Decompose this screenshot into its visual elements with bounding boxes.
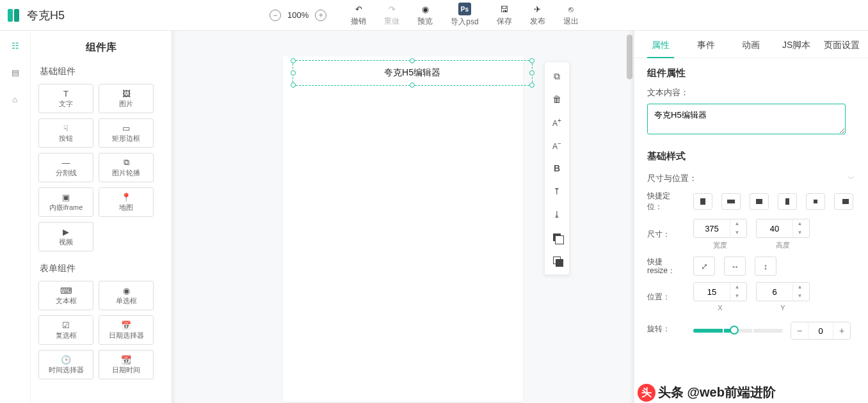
comp-radio[interactable]: ◉单选框: [99, 281, 154, 310]
input-icon: ⌨: [60, 285, 72, 296]
carousel-icon: ⧉: [124, 157, 129, 168]
pos-x-input[interactable]: ▲▼: [693, 282, 747, 301]
position-row: 位置： ▲▼ X ▲▼ Y: [647, 282, 855, 312]
ctx-align-bottom-button[interactable]: ⤓: [545, 203, 569, 226]
comp-datetime[interactable]: 📆日期时间: [99, 350, 154, 379]
comp-map[interactable]: 📍地图: [99, 187, 154, 217]
ctx-font-inc-button[interactable]: A+: [545, 111, 569, 134]
component-library: 组件库 基础组件 T文字 🖼图片 ☟按钮 ▭矩形边框 —分割线 ⧉图片轮播 ▣内…: [31, 31, 172, 403]
resize-handle-br[interactable]: [529, 83, 534, 88]
comp-rect[interactable]: ▭矩形边框: [99, 118, 154, 148]
quickpos-2[interactable]: [721, 193, 741, 210]
resize-handle-tl[interactable]: [291, 58, 296, 63]
comp-button[interactable]: ☟按钮: [38, 118, 93, 148]
tab-js[interactable]: JS脚本: [774, 31, 819, 58]
canvas[interactable]: 夸克H5编辑器: [283, 56, 523, 402]
ctx-bold-button[interactable]: B: [545, 157, 569, 180]
resize-horizontal[interactable]: ↔: [724, 257, 746, 276]
quickpos-4[interactable]: [778, 193, 797, 210]
comp-image[interactable]: 🖼图片: [99, 84, 154, 113]
rail-pages-icon[interactable]: ▤: [10, 67, 21, 78]
pos-y-input[interactable]: ▲▼: [756, 282, 810, 301]
resize-handle-ml[interactable]: [291, 70, 296, 75]
comp-input[interactable]: ⌨文本框: [38, 281, 93, 310]
height-up[interactable]: ▲: [793, 219, 807, 228]
rotate-dec[interactable]: −: [791, 322, 808, 339]
width-up[interactable]: ▲: [730, 219, 744, 228]
resize-handle-tr[interactable]: [529, 58, 534, 63]
align-bottom-icon: ⤓: [553, 209, 561, 219]
ctx-align-top-button[interactable]: ⤒: [545, 180, 569, 203]
preview-button[interactable]: ◉ 预览: [417, 3, 433, 27]
map-icon: 📍: [121, 192, 131, 202]
comp-video[interactable]: ▶视频: [38, 222, 93, 251]
ctx-font-dec-button[interactable]: A−: [545, 134, 569, 157]
quick-pos-label: 快捷定位：: [647, 191, 684, 212]
context-toolbar: ⧉ 🗑 A+ A− B ⤒ ⤓: [544, 61, 570, 275]
publish-button[interactable]: ✈ 发布: [530, 3, 545, 27]
image-icon: 🖼: [122, 88, 131, 99]
width-down[interactable]: ▼: [730, 228, 744, 237]
quick-resize-row: 快捷resize： ⤢ ↔ ↕: [647, 257, 855, 276]
canvas-area[interactable]: 夸克H5编辑器 ⧉ 🗑 A+ A− B ⤒ ⤓: [172, 31, 634, 403]
zoom-in-button[interactable]: +: [315, 10, 326, 21]
height-input[interactable]: ▲▼: [756, 219, 810, 238]
resize-handle-bc[interactable]: [410, 83, 415, 88]
tab-page[interactable]: 页面设置: [819, 31, 864, 58]
posx-down[interactable]: ▼: [730, 292, 744, 301]
exit-button[interactable]: ⎋ 退出: [563, 3, 579, 27]
ctx-layer-up-button[interactable]: [545, 226, 569, 249]
redo-button[interactable]: ↷ 重做: [384, 3, 399, 27]
app-logo: [8, 9, 20, 22]
selected-text-element[interactable]: 夸克H5编辑器: [293, 60, 533, 86]
comp-divider[interactable]: —分割线: [38, 153, 93, 182]
quickpos-6[interactable]: [834, 193, 853, 210]
ctx-layer-down-button[interactable]: [545, 249, 569, 272]
resize-handle-bl[interactable]: [291, 83, 296, 88]
component-category: 基础组件: [40, 66, 164, 77]
posx-up[interactable]: ▲: [730, 283, 744, 292]
comp-text[interactable]: T文字: [38, 84, 93, 113]
slider-knob[interactable]: [730, 326, 739, 335]
ctx-copy-button[interactable]: ⧉: [545, 65, 569, 88]
divider-icon: —: [62, 157, 70, 168]
posy-up[interactable]: ▲: [793, 283, 807, 292]
rotate-slider[interactable]: [693, 329, 783, 333]
exit-icon: ⎋: [565, 3, 577, 15]
text-content-textarea[interactable]: [647, 104, 846, 134]
undo-button[interactable]: ↶ 撤销: [351, 3, 366, 27]
quickpos-3[interactable]: [750, 193, 769, 210]
rotate-stepper[interactable]: − +: [791, 322, 851, 340]
comp-carousel[interactable]: ⧉图片轮播: [99, 153, 154, 182]
resize-fullscreen[interactable]: ⤢: [693, 257, 715, 276]
import-psd-button[interactable]: Ps 导入psd: [451, 3, 478, 28]
position-label: 位置：: [647, 292, 684, 303]
tab-event[interactable]: 事件: [684, 31, 729, 58]
resize-handle-tc[interactable]: [410, 58, 415, 63]
resize-handle-mr[interactable]: [529, 70, 534, 75]
resize-vertical[interactable]: ↕: [755, 257, 776, 276]
rotate-value-input[interactable]: [808, 322, 833, 339]
comp-iframe[interactable]: ▣内嵌iframe: [38, 187, 93, 217]
rail-assets-icon[interactable]: ⌂: [10, 93, 21, 105]
rotate-inc[interactable]: +: [833, 322, 850, 339]
comp-datepicker[interactable]: 📅日期选择器: [99, 315, 154, 345]
ctx-delete-button[interactable]: 🗑: [545, 88, 569, 111]
posy-down[interactable]: ▼: [793, 292, 807, 301]
width-input[interactable]: ▲▼: [693, 219, 747, 238]
scrollbar-thumb[interactable]: [627, 35, 632, 79]
tab-attr[interactable]: 属性: [638, 31, 684, 58]
rail-components-icon[interactable]: ☷: [10, 40, 21, 51]
quickpos-5[interactable]: [806, 193, 825, 210]
save-button[interactable]: 🖫 保存: [497, 3, 512, 27]
size-label: 尺寸：: [647, 229, 684, 240]
size-pos-header[interactable]: 尺寸与位置： ﹀: [647, 173, 855, 184]
eye-icon: ◉: [419, 3, 431, 15]
height-down[interactable]: ▼: [793, 228, 807, 237]
canvas-scrollbar[interactable]: [625, 31, 634, 403]
zoom-out-button[interactable]: −: [269, 10, 281, 21]
tab-anim[interactable]: 动画: [728, 31, 774, 58]
comp-checkbox[interactable]: ☑复选框: [38, 315, 93, 345]
comp-timepicker[interactable]: 🕒时间选择器: [38, 350, 93, 379]
quickpos-1[interactable]: [693, 193, 712, 210]
